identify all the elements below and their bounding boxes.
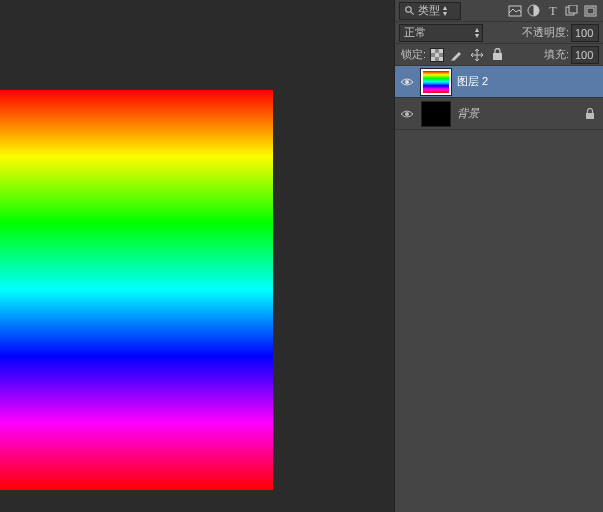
lock-position-button[interactable] — [468, 46, 486, 63]
lock-row: 锁定: 填充: 100 — [395, 44, 603, 66]
checker-icon — [430, 48, 444, 62]
svg-rect-8 — [587, 8, 594, 14]
layer-row[interactable]: 图层 2 — [395, 66, 603, 98]
lock-label: 锁定: — [401, 47, 426, 62]
filter-kind-label: 类型 — [418, 3, 440, 18]
eye-icon — [400, 109, 414, 119]
filter-kind-dropdown[interactable]: 类型 ▴▾ — [399, 2, 461, 20]
svg-text:T: T — [549, 5, 557, 17]
svg-point-11 — [405, 112, 409, 116]
svg-point-0 — [406, 7, 412, 13]
filter-type-icon[interactable]: T — [544, 2, 561, 19]
lock-transparency-button[interactable] — [428, 46, 446, 63]
opacity-input[interactable]: 100 — [571, 24, 599, 42]
blend-row: 正常 ▴▾ 不透明度: 100 — [395, 22, 603, 44]
filter-row: 类型 ▴▾ T — [395, 0, 603, 22]
fill-label: 填充: — [544, 47, 569, 62]
search-icon — [404, 5, 415, 16]
layers-list: 图层 2 背景 — [395, 66, 603, 130]
filter-pixel-icon[interactable] — [506, 2, 523, 19]
blend-mode-dropdown[interactable]: 正常 ▴▾ — [399, 24, 483, 42]
svg-line-1 — [411, 12, 414, 15]
opacity-value: 100 — [575, 27, 593, 39]
opacity-label: 不透明度: — [522, 25, 569, 40]
filter-smartobject-icon[interactable] — [582, 2, 599, 19]
svg-rect-12 — [586, 113, 594, 119]
layer-thumbnail[interactable] — [421, 101, 451, 127]
blend-mode-value: 正常 — [404, 25, 426, 40]
layer-thumbnail[interactable] — [421, 69, 451, 95]
dropdown-arrows-icon: ▴▾ — [475, 27, 478, 39]
dropdown-arrows-icon: ▴▾ — [443, 5, 446, 17]
filter-adjustment-icon[interactable] — [525, 2, 542, 19]
fill-value: 100 — [575, 49, 593, 61]
layer-name-label: 背景 — [457, 106, 579, 121]
fill-input[interactable]: 100 — [571, 46, 599, 64]
lock-all-button[interactable] — [488, 46, 506, 63]
eye-icon — [400, 77, 414, 87]
layers-panel: 类型 ▴▾ T 正常 ▴▾ 不透明度: 100 锁定: — [394, 0, 603, 512]
filter-shape-icon[interactable] — [563, 2, 580, 19]
lock-pixels-button[interactable] — [448, 46, 466, 63]
layer-row[interactable]: 背景 — [395, 98, 603, 130]
canvas-gradient[interactable] — [0, 90, 273, 490]
svg-rect-6 — [569, 5, 577, 13]
layer-name-label: 图层 2 — [457, 74, 599, 89]
visibility-toggle[interactable] — [399, 109, 415, 119]
svg-rect-9 — [493, 53, 502, 60]
visibility-toggle[interactable] — [399, 77, 415, 87]
lock-icon — [585, 108, 599, 120]
svg-point-10 — [405, 80, 409, 84]
